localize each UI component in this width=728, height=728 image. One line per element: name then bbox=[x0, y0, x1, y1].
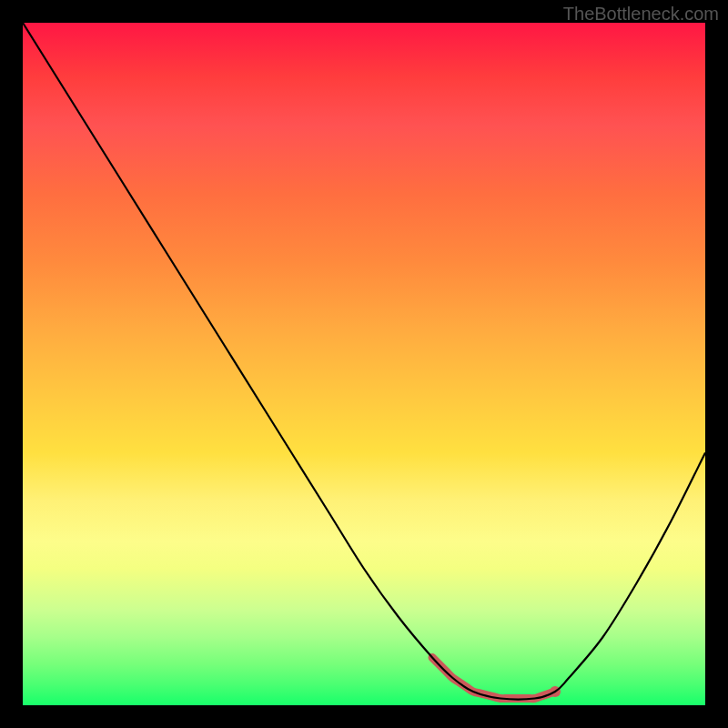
chart-svg bbox=[23, 23, 705, 705]
chart-highlight-segment bbox=[432, 658, 555, 699]
chart-curve bbox=[23, 23, 705, 699]
chart-plot-area bbox=[23, 23, 705, 705]
watermark-text: TheBottleneck.com bbox=[563, 4, 719, 25]
